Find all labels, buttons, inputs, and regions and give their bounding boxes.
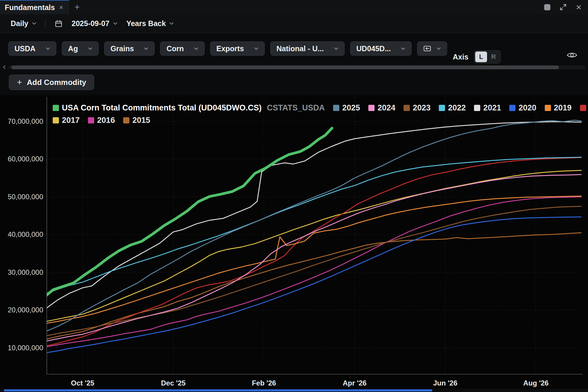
tab-bar: Fundamentals × + × bbox=[0, 0, 588, 15]
x-tick-label: Feb '26 bbox=[252, 379, 276, 387]
visibility-toggle[interactable] bbox=[567, 52, 577, 60]
x-tick-label: Jun '26 bbox=[433, 379, 457, 387]
window-restore-icon[interactable] bbox=[544, 4, 550, 10]
date-toolbar: Daily 2025-09-07 Years Back bbox=[0, 14, 588, 33]
legend-swatch bbox=[123, 117, 129, 123]
y-tick-label: 40,000,000 bbox=[8, 230, 43, 238]
filter-label: National - U... bbox=[277, 44, 324, 53]
filter-attribute-dropdown[interactable]: Exports bbox=[210, 41, 265, 56]
years-back-dropdown[interactable]: Years Back bbox=[126, 19, 174, 28]
legend-swatch bbox=[545, 105, 551, 111]
legend-swatch bbox=[580, 105, 586, 111]
axis-side-toggle: L R bbox=[474, 50, 501, 63]
scrollbar-thumb[interactable] bbox=[11, 65, 559, 69]
y-tick-label: 60,000,000 bbox=[8, 155, 43, 163]
chevron-down-icon bbox=[401, 47, 405, 50]
legend-year-label: 2015 bbox=[132, 114, 150, 126]
tab-close-icon[interactable]: × bbox=[59, 4, 63, 11]
filter-label: Exports bbox=[216, 44, 244, 53]
filter-label: USDA bbox=[15, 44, 36, 53]
chevron-down-icon bbox=[254, 47, 258, 50]
bottom-scrollbar-track[interactable] bbox=[0, 389, 588, 392]
eye-icon bbox=[567, 52, 577, 59]
horizontal-scrollbar[interactable] bbox=[0, 64, 588, 70]
scrollbar-track[interactable] bbox=[8, 65, 586, 69]
add-commodity-button[interactable]: + Add Commodity bbox=[9, 75, 94, 90]
legend-row: USA Corn Total Commitments Total (UD045D… bbox=[53, 102, 583, 114]
legend-year-label: 2021 bbox=[483, 102, 501, 114]
x-tick-label: Oct '25 bbox=[71, 379, 94, 387]
years-back-label: Years Back bbox=[126, 19, 166, 28]
legend-source: CSTATS_USDA bbox=[267, 102, 325, 114]
legend-series-title: USA Corn Total Commitments Total (UD045D… bbox=[62, 102, 262, 114]
y-tick-label: 10,000,000 bbox=[8, 344, 43, 352]
filter-dropdowns: USDAAgGrainsCornExportsNational - U...UD… bbox=[8, 41, 412, 56]
legend-swatch bbox=[53, 117, 59, 123]
legend-item-2023[interactable]: 2023 bbox=[404, 102, 430, 114]
legend-year-label: 2016 bbox=[97, 114, 115, 126]
panel-dropdown[interactable] bbox=[417, 41, 447, 56]
date-value: 2025-09-07 bbox=[72, 19, 110, 28]
filter-group-dropdown[interactable]: Grains bbox=[104, 41, 155, 56]
calendar-icon[interactable] bbox=[54, 20, 63, 28]
add-commodity-label: Add Commodity bbox=[27, 78, 86, 87]
filter-region-dropdown[interactable]: National - U... bbox=[270, 41, 345, 56]
filter-series-code-dropdown[interactable]: UD045D... bbox=[350, 41, 412, 56]
series-line-2022 bbox=[46, 157, 581, 293]
legend-swatch bbox=[474, 105, 480, 111]
filter-commodity-dropdown[interactable]: Corn bbox=[160, 41, 204, 56]
axis-left-button[interactable]: L bbox=[475, 52, 487, 62]
date-dropdown[interactable]: 2025-09-07 bbox=[72, 19, 118, 28]
series-line-usa-corn-total-commitments-total-ud045dwo-cs- bbox=[46, 128, 332, 295]
legend-swatch bbox=[509, 105, 515, 111]
new-tab-button[interactable]: + bbox=[69, 0, 86, 14]
interval-label: Daily bbox=[11, 19, 28, 28]
filter-source-dropdown[interactable]: USDA bbox=[8, 41, 56, 56]
chevron-down-icon bbox=[88, 47, 92, 50]
window-controls: × bbox=[544, 0, 588, 14]
legend-item-2017[interactable]: 2017 bbox=[53, 114, 80, 126]
legend-year-label: 2019 bbox=[554, 102, 572, 114]
window-close-icon[interactable]: × bbox=[576, 2, 581, 12]
legend-year-label: 2020 bbox=[518, 102, 536, 114]
legend-item-2016[interactable]: 2016 bbox=[88, 114, 115, 126]
legend-item-2020[interactable]: 2020 bbox=[509, 102, 536, 114]
scroll-left-icon[interactable] bbox=[2, 65, 7, 70]
chevron-down-icon bbox=[436, 47, 441, 50]
legend-year-label: 2022 bbox=[448, 102, 466, 114]
toolbar-divider bbox=[45, 19, 46, 28]
tab-label: Fundamentals bbox=[5, 3, 55, 12]
axis-label: Axis bbox=[453, 53, 468, 61]
y-tick-label: 30,000,000 bbox=[8, 268, 43, 276]
chevron-down-icon bbox=[194, 47, 198, 50]
legend-item-2019[interactable]: 2019 bbox=[545, 102, 572, 114]
legend-swatch bbox=[333, 105, 339, 111]
chart-canvas: Oct '25Dec '25Feb '26Apr '26Jun '26Aug '… bbox=[0, 95, 588, 392]
legend-item-main[interactable]: USA Corn Total Commitments Total (UD045D… bbox=[53, 102, 325, 114]
legend-swatch bbox=[439, 105, 445, 111]
axis-right-button[interactable]: R bbox=[488, 52, 499, 62]
legend-swatch bbox=[404, 105, 410, 111]
x-tick-label: Apr '26 bbox=[343, 379, 366, 387]
bottom-scrollbar-thumb[interactable] bbox=[4, 389, 432, 391]
legend-item-2021[interactable]: 2021 bbox=[474, 102, 501, 114]
plus-icon: + bbox=[17, 77, 22, 87]
window-expand-icon[interactable] bbox=[559, 3, 567, 11]
legend-item-2025[interactable]: 2025 bbox=[333, 102, 360, 114]
legend-item-2022[interactable]: 2022 bbox=[439, 102, 466, 114]
chevron-down-icon bbox=[334, 47, 338, 50]
tab-fundamentals[interactable]: Fundamentals × bbox=[0, 0, 69, 14]
legend-year-label: 2025 bbox=[342, 102, 360, 114]
chart-area[interactable]: Oct '25Dec '25Feb '26Apr '26Jun '26Aug '… bbox=[0, 95, 588, 392]
legend-swatch bbox=[368, 105, 375, 111]
legend-item-2018[interactable]: 2018 bbox=[580, 102, 588, 114]
chevron-down-icon bbox=[32, 22, 36, 25]
legend-row: 201720162015 bbox=[53, 114, 583, 126]
legend-item-2024[interactable]: 2024 bbox=[368, 102, 395, 114]
filter-label: Grains bbox=[110, 44, 134, 53]
filter-sector-dropdown[interactable]: Ag bbox=[62, 41, 99, 56]
interval-dropdown[interactable]: Daily bbox=[11, 19, 36, 28]
series-line-2025 bbox=[46, 120, 581, 331]
legend-item-2015[interactable]: 2015 bbox=[123, 114, 150, 126]
filter-label: Corn bbox=[166, 44, 184, 53]
